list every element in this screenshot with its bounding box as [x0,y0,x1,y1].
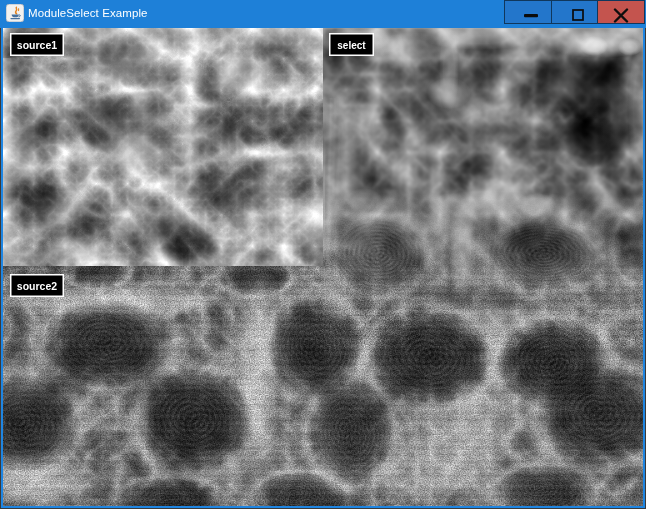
svg-text:select: select [337,40,366,51]
svg-text:source2: source2 [17,280,57,292]
svg-text:source1: source1 [17,39,57,51]
